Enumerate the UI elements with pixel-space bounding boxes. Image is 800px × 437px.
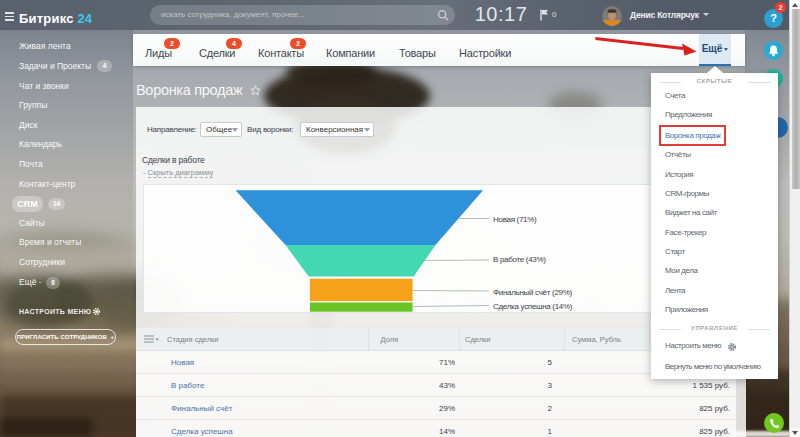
svg-text:Финальный счёт (29%): Финальный счёт (29%)	[493, 288, 573, 297]
svg-text:Новая (71%): Новая (71%)	[493, 215, 537, 224]
svg-text:Сделка успешна (14%): Сделка успешна (14%)	[493, 302, 573, 311]
svg-text:В работе (43%): В работе (43%)	[493, 255, 546, 264]
